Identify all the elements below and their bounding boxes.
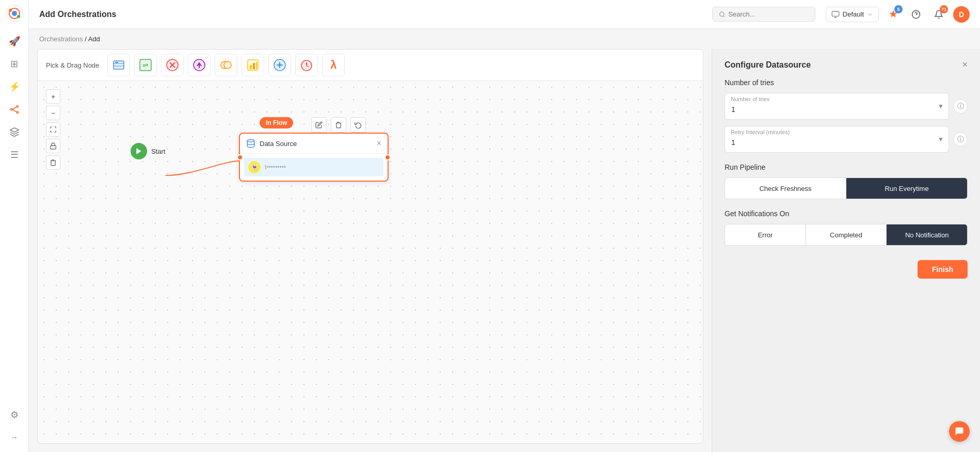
- svg-rect-12: [832, 11, 839, 16]
- sidebar-item-transforms[interactable]: [4, 122, 25, 142]
- retry-interval-select-wrap: Retry Interval (minutes) 1 5 10 ▼: [725, 126, 949, 153]
- number-of-tries-field-label: Number of tries: [731, 96, 769, 102]
- canvas-wrapper: Pick & Drag Node: [29, 49, 980, 452]
- right-panel: Configure Datasource × Number of tries N…: [712, 49, 980, 452]
- svg-point-2: [12, 11, 17, 16]
- panel-header: Configure Datasource ×: [712, 49, 980, 78]
- sidebar: 🚀 ⊞ ⚡ ☰ ⚙ →: [0, 0, 29, 452]
- content-area: Orchestrations / Add Pick & Drag Node: [29, 29, 980, 452]
- svg-point-3: [9, 9, 12, 12]
- header-actions: Default 5: [826, 6, 970, 23]
- start-icon: [131, 143, 147, 159]
- number-of-tries-label: Number of tries: [725, 78, 968, 87]
- sidebar-item-orchestrations[interactable]: [4, 99, 25, 120]
- check-freshness-btn[interactable]: Check Freshness: [725, 178, 846, 199]
- edit-node-btn[interactable]: [311, 117, 327, 133]
- svg-point-6: [17, 106, 18, 107]
- node-toolbar: Pick & Drag Node: [38, 50, 703, 81]
- run-pipeline-label: Run Pipeline: [725, 163, 968, 171]
- node-type-export[interactable]: [188, 54, 211, 76]
- project-selector[interactable]: Default: [826, 7, 879, 22]
- error-notification-btn[interactable]: Error: [725, 224, 806, 245]
- number-of-tries-select-wrap: Number of tries 1 2 3 ▼: [725, 93, 949, 120]
- svg-rect-42: [51, 146, 56, 149]
- fit-screen-btn[interactable]: [46, 122, 60, 137]
- sidebar-bottom: ⚙ →: [4, 405, 25, 448]
- canvas-panel: Pick & Drag Node: [37, 49, 703, 444]
- toolbar-label: Pick & Drag Node: [46, 61, 99, 69]
- completed-notification-btn[interactable]: Completed: [806, 224, 887, 245]
- help-btn[interactable]: [908, 6, 924, 23]
- node-close-btn[interactable]: ×: [377, 139, 381, 148]
- node-type-add[interactable]: [268, 54, 291, 76]
- svg-point-10: [719, 12, 724, 16]
- node-item[interactable]: 👻 t•••••••••: [244, 158, 383, 176]
- node-header: Data Source ×: [240, 134, 388, 154]
- svg-line-9: [12, 109, 16, 112]
- node-title: Data Source: [260, 140, 297, 148]
- header: Add Orchestrations Default: [29, 0, 980, 29]
- notification-btn-group: Error Completed No Notification: [725, 224, 968, 246]
- search-bar[interactable]: [712, 7, 815, 22]
- node-header-left: Data Source: [246, 139, 297, 148]
- no-notification-btn[interactable]: No Notification: [886, 224, 967, 245]
- delete-node-btn[interactable]: [331, 117, 346, 133]
- sidebar-item-settings[interactable]: ⚙: [4, 405, 25, 425]
- svg-rect-20: [115, 62, 118, 63]
- flow-canvas[interactable]: + −: [38, 81, 703, 443]
- reconnect-node-btn[interactable]: [350, 117, 366, 133]
- chat-bubble-btn[interactable]: [949, 421, 970, 442]
- breadcrumb-parent[interactable]: Orchestrations: [39, 35, 83, 43]
- number-of-tries-info-btn[interactable]: ⓘ: [953, 99, 968, 114]
- user-avatar[interactable]: D: [953, 6, 970, 23]
- svg-rect-17: [114, 61, 124, 69]
- page-title: Add Orchestrations: [39, 10, 712, 19]
- lock-btn[interactable]: [46, 139, 60, 153]
- node-type-merge[interactable]: [161, 54, 184, 76]
- svg-text:⇌: ⇌: [142, 61, 149, 69]
- search-input[interactable]: [728, 10, 808, 18]
- delete-btn[interactable]: [46, 155, 60, 170]
- node-type-datasource[interactable]: [107, 54, 130, 76]
- zoom-controls: + −: [46, 89, 60, 170]
- svg-point-44: [247, 140, 254, 142]
- svg-rect-31: [250, 65, 252, 69]
- sidebar-item-dashboard[interactable]: ⊞: [4, 54, 25, 74]
- run-pipeline-btn-group: Check Freshness Run Everytime: [725, 177, 968, 199]
- finish-button[interactable]: Finish: [918, 260, 968, 279]
- bookmarks-badge: 5: [894, 5, 903, 13]
- database-icon: [246, 139, 255, 148]
- panel-body: Number of tries Number of tries 1 2 3 ▼: [712, 78, 980, 291]
- node-type-join[interactable]: [215, 54, 237, 76]
- notifications-btn[interactable]: 71: [930, 6, 947, 23]
- bookmarks-btn[interactable]: 5: [885, 6, 902, 23]
- retry-interval-info-btn[interactable]: ⓘ: [953, 132, 968, 147]
- start-node[interactable]: Start: [131, 143, 165, 159]
- node-type-analytics[interactable]: [242, 54, 264, 76]
- zoom-out-btn[interactable]: −: [46, 106, 60, 120]
- panel-close-btn[interactable]: ×: [962, 59, 968, 70]
- node-type-lambda[interactable]: λ: [322, 54, 345, 76]
- sidebar-collapse-btn[interactable]: →: [4, 427, 25, 448]
- in-flow-badge[interactable]: In Flow: [260, 117, 293, 128]
- node-input-connector: [237, 154, 243, 160]
- number-of-tries-row: Number of tries 1 2 3 ▼ ⓘ: [725, 93, 968, 120]
- notifications-label: Get Notifications On: [725, 209, 968, 218]
- run-pipeline-section: Run Pipeline Check Freshness Run Everyti…: [725, 163, 968, 199]
- node-type-timer[interactable]: [295, 54, 318, 76]
- notifications-badge: 71: [940, 5, 948, 13]
- app-logo[interactable]: [5, 4, 24, 23]
- sidebar-item-jobs[interactable]: ☰: [4, 144, 25, 165]
- run-everytime-btn[interactable]: Run Everytime: [846, 178, 967, 199]
- sidebar-item-pipelines[interactable]: ⚡: [4, 76, 25, 97]
- sidebar-item-deployments[interactable]: 🚀: [4, 31, 25, 52]
- search-icon: [719, 11, 726, 18]
- data-source-node[interactable]: Data Source × 👻 t•••••••••: [239, 133, 389, 182]
- start-label: Start: [151, 148, 165, 155]
- zoom-in-btn[interactable]: +: [46, 89, 60, 104]
- node-type-transform[interactable]: ⇌: [134, 54, 157, 76]
- main-area: Add Orchestrations Default: [29, 0, 980, 452]
- panel-title: Configure Datasource: [725, 60, 811, 70]
- retry-interval-label: Retry Interval (minutes): [731, 129, 790, 135]
- svg-point-29: [224, 61, 231, 69]
